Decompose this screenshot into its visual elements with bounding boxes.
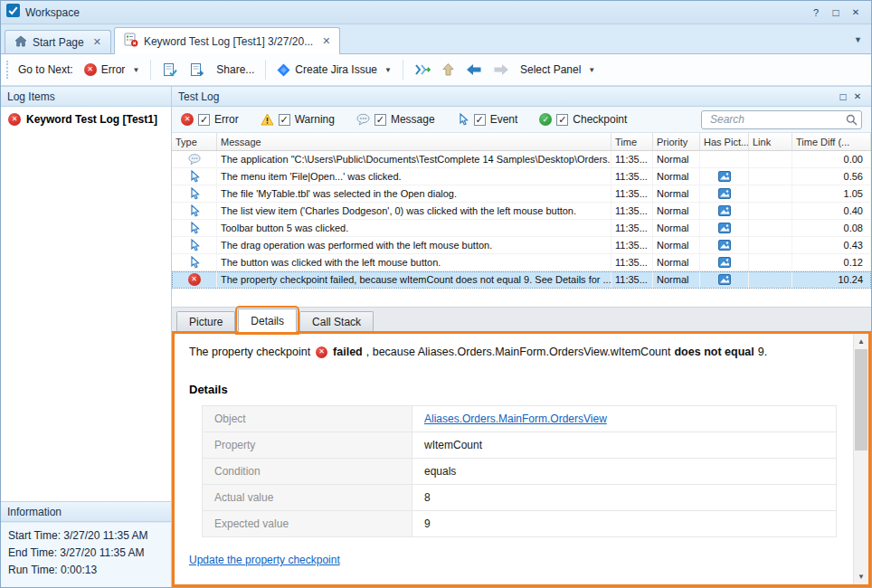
event-checkbox[interactable] <box>474 114 486 126</box>
tab-call-stack[interactable]: Call Stack <box>299 311 374 331</box>
update-checkpoint-link[interactable]: Update the property checkpoint <box>189 554 340 566</box>
col-message[interactable]: Message <box>217 133 611 150</box>
has-picture-cell <box>700 168 749 185</box>
maximize-button[interactable] <box>826 5 846 21</box>
tab-list-dropdown-icon[interactable] <box>854 35 862 44</box>
go-to-next-error-button[interactable]: Error <box>79 61 146 79</box>
share-button[interactable]: Share... <box>211 61 260 79</box>
event-icon <box>188 256 201 269</box>
link-cell <box>749 237 792 253</box>
message-cell: The application "C:\Users\Public\Documen… <box>217 151 611 167</box>
type-cell <box>172 185 217 202</box>
filter-warning[interactable]: Warning <box>261 113 335 126</box>
error-icon <box>84 63 97 76</box>
run-time-text: Run Time: 0:00:13 <box>8 562 164 579</box>
help-button[interactable] <box>806 5 826 21</box>
col-link[interactable]: Link <box>749 133 792 150</box>
chevron-down-icon <box>588 66 595 74</box>
chevron-down-icon <box>384 66 392 74</box>
log-row[interactable]: The list view item ('Charles Dodgeson', … <box>172 203 871 220</box>
start-time-text: Start Time: 3/27/20 11:35 AM <box>8 527 164 545</box>
tree-item-keyword-test-log[interactable]: Keyword Test Log [Test1] <box>1 110 171 128</box>
scroll-down-icon[interactable] <box>854 569 868 584</box>
checkpoint-checkbox[interactable] <box>556 114 568 126</box>
tab-label: Keyword Test Log [Test1] 3/27/20... <box>144 35 313 48</box>
keyword-test-log-icon <box>124 33 138 50</box>
col-time[interactable]: Time <box>611 133 653 150</box>
toolbar-grip[interactable] <box>6 61 11 79</box>
priority-cell: Normal <box>653 168 700 185</box>
forward-arrow-icon <box>493 63 509 76</box>
tab-details[interactable]: Details <box>238 308 297 332</box>
test-log-panel: Test Log Error Warning <box>172 86 871 587</box>
filter-event[interactable]: Event <box>457 113 518 126</box>
forward-button[interactable] <box>488 61 515 79</box>
sidebar: Log Items Keyword Test Log [Test1] Infor… <box>1 86 172 587</box>
log-row-selected[interactable]: The property checkpoint failed, because … <box>172 271 871 289</box>
col-priority[interactable]: Priority <box>653 133 700 150</box>
error-icon <box>181 113 194 126</box>
select-panel-button[interactable]: Select Panel <box>515 61 601 79</box>
checkpoint-icon <box>539 113 552 126</box>
tab-picture[interactable]: Picture <box>176 311 235 331</box>
home-icon <box>14 35 27 50</box>
filter-message[interactable]: Message <box>356 113 435 126</box>
tab-start-page[interactable]: Start Page <box>5 30 111 53</box>
detail-value: wItemCount <box>412 432 836 458</box>
information-header: Information <box>1 501 171 522</box>
go-to-parent-button[interactable] <box>436 60 460 80</box>
log-row[interactable]: The button was clicked with the left mou… <box>172 254 871 271</box>
back-button[interactable] <box>460 61 488 79</box>
event-icon <box>188 170 201 183</box>
log-row[interactable]: The application "C:\Users\Public\Documen… <box>172 151 871 168</box>
type-cell <box>172 220 217 236</box>
col-has-picture[interactable]: Has Pict... <box>700 133 749 150</box>
panel-maximize-icon[interactable] <box>836 90 850 103</box>
object-link[interactable]: Aliases.Orders.MainForm.OrdersView <box>424 413 607 425</box>
picture-icon <box>718 188 731 199</box>
log-row[interactable]: The drag operation was performed with th… <box>172 237 871 254</box>
has-picture-cell <box>700 271 749 288</box>
close-button[interactable] <box>846 5 866 21</box>
search-input[interactable] <box>708 112 846 127</box>
log-grid: Type Message Time Priority Has Pict... L… <box>172 133 871 307</box>
message-cell: Toolbar button 5 was clicked. <box>217 220 611 236</box>
has-picture-cell <box>700 203 749 219</box>
go-to-next-run-button[interactable] <box>409 60 436 80</box>
picture-icon <box>718 171 731 182</box>
log-row[interactable]: Toolbar button 5 was clicked. 11:35... N… <box>172 220 871 237</box>
tab-keyword-test-log[interactable]: Keyword Test Log [Test1] 3/27/20... <box>114 27 340 54</box>
document-arrow-icon <box>189 62 205 78</box>
details-panel: The property checkpoint failed, because … <box>172 331 871 587</box>
details-scrollbar[interactable] <box>853 334 868 584</box>
link-cell <box>749 220 792 236</box>
event-icon <box>188 239 201 251</box>
panel-close-icon[interactable] <box>850 90 865 103</box>
chevron-down-icon <box>132 66 139 74</box>
warning-icon <box>261 113 274 126</box>
log-row[interactable]: The file 'MyTable.tbl' was selected in t… <box>172 185 871 203</box>
has-picture-cell <box>700 151 749 167</box>
grid-empty-area <box>172 289 871 307</box>
time-cell: 11:35... <box>611 237 653 253</box>
scroll-up-icon[interactable] <box>854 334 868 349</box>
warning-checkbox[interactable] <box>279 114 290 126</box>
save-log-button[interactable] <box>184 60 211 81</box>
type-cell <box>172 254 217 270</box>
message-checkbox[interactable] <box>374 114 386 126</box>
col-type[interactable]: Type <box>172 133 217 150</box>
time-diff-cell: 0.43 <box>792 237 871 253</box>
tab-close-icon[interactable] <box>322 35 330 47</box>
col-time-diff[interactable]: Time Diff (... <box>792 133 871 150</box>
export-log-button[interactable] <box>156 60 184 81</box>
scrollbar-thumb[interactable] <box>855 349 867 450</box>
tab-close-icon[interactable] <box>93 36 101 48</box>
log-items-tree: Keyword Test Log [Test1] <box>1 107 171 501</box>
event-icon <box>188 204 201 217</box>
create-jira-issue-button[interactable]: Create Jira Issue <box>271 61 397 80</box>
log-row[interactable]: The menu item 'File|Open...' was clicked… <box>172 168 871 185</box>
link-cell <box>749 168 792 185</box>
filter-checkpoint[interactable]: Checkpoint <box>539 113 627 126</box>
filter-error[interactable]: Error <box>181 113 239 126</box>
error-checkbox[interactable] <box>198 114 210 126</box>
